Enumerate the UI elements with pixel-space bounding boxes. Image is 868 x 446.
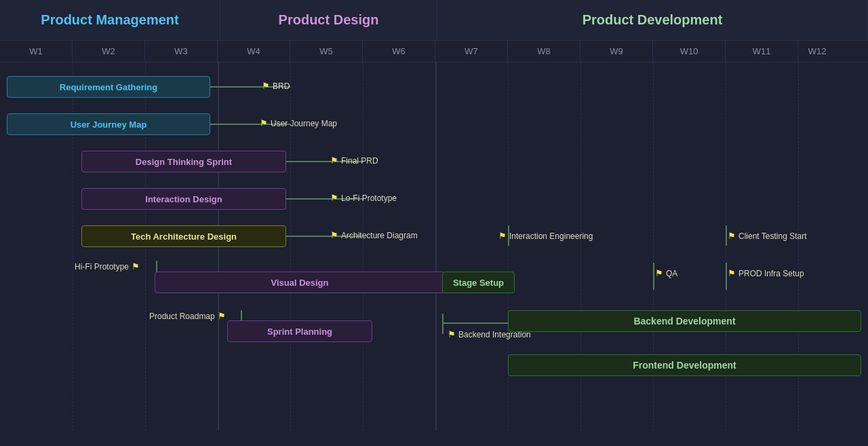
milestone-backend-integration: ⚑ Backend Integration bbox=[448, 329, 531, 339]
header-product-design: Product Design bbox=[220, 0, 437, 40]
week-w11: W11 bbox=[726, 41, 798, 62]
header-row: Product Management Product Design Produc… bbox=[0, 0, 868, 41]
week-w5: W5 bbox=[290, 41, 363, 62]
header-pm-label: Product Management bbox=[41, 12, 178, 27]
header-dev-label: Product Development bbox=[583, 12, 723, 27]
header-product-management: Product Management bbox=[0, 0, 220, 40]
milestone-product-roadmap: Product Roadmap ⚑ bbox=[149, 311, 226, 321]
task-frontend-development: Frontend Development bbox=[508, 354, 861, 376]
week-w10: W10 bbox=[653, 41, 726, 62]
connector-bi-v bbox=[442, 314, 443, 334]
week-w9: W9 bbox=[580, 41, 653, 62]
gantt-chart: Product Management Product Design Produc… bbox=[0, 0, 868, 446]
milestone-ujm: ⚑ User Journey Map bbox=[260, 118, 337, 128]
week-row: W1 W2 W3 W4 W5 W6 W7 W8 W9 W10 W11 W12 bbox=[0, 41, 868, 62]
milestone-client-testing-start: ⚑ Client Testing Start bbox=[728, 231, 807, 241]
milestone-lofi-prototype: ⚑ Lo-Fi Prototype bbox=[330, 193, 397, 203]
task-user-journey-map: User Journey Map bbox=[7, 113, 210, 135]
week-w7: W7 bbox=[435, 41, 508, 62]
task-stage-setup: Stage Setup bbox=[442, 272, 515, 293]
week-w2: W2 bbox=[73, 41, 145, 62]
week-w6: W6 bbox=[363, 41, 435, 62]
task-requirement-gathering: Requirement Gathering bbox=[7, 76, 210, 98]
task-tech-architecture-design: Tech Architecture Design bbox=[81, 225, 286, 247]
grid-body: Requirement Gathering ⚑ BRD User Journey… bbox=[0, 62, 868, 430]
task-visual-design: Visual Design bbox=[155, 272, 445, 293]
connector-cts-v bbox=[726, 225, 727, 246]
milestone-final-prd: ⚑ Final PRD bbox=[330, 155, 378, 166]
task-backend-development: Backend Development bbox=[508, 310, 861, 332]
milestone-brd: ⚑ BRD bbox=[262, 81, 290, 91]
task-design-thinking-sprint: Design Thinking Sprint bbox=[81, 151, 286, 172]
divider-pd-dev bbox=[435, 62, 437, 430]
milestone-architecture-diagram: ⚑ Architecture Diagram bbox=[330, 230, 418, 240]
week-w8: W8 bbox=[508, 41, 580, 62]
week-w3: W3 bbox=[145, 41, 218, 62]
milestone-interaction-engineering: ⚑ Interaction Engineering bbox=[498, 231, 593, 241]
task-interaction-design: Interaction Design bbox=[81, 188, 286, 210]
week-w4: W4 bbox=[218, 41, 290, 62]
milestone-qa: ⚑ QA bbox=[655, 268, 677, 278]
week-w12: W12 bbox=[798, 41, 836, 62]
milestone-hifi-prototype: Hi-Fi Prototype ⚑ bbox=[75, 261, 140, 272]
header-pd-label: Product Design bbox=[279, 12, 379, 27]
header-product-development: Product Development bbox=[437, 0, 868, 40]
vline-w5 bbox=[363, 62, 363, 430]
connector-qa-v bbox=[653, 263, 654, 290]
task-sprint-planning: Sprint Planning bbox=[227, 320, 372, 342]
connector-prod-v bbox=[726, 263, 727, 290]
milestone-prod-infra-setup: ⚑ PROD Infra Setup bbox=[728, 268, 804, 278]
week-w1: W1 bbox=[0, 41, 73, 62]
connector-bi-h bbox=[442, 322, 508, 324]
